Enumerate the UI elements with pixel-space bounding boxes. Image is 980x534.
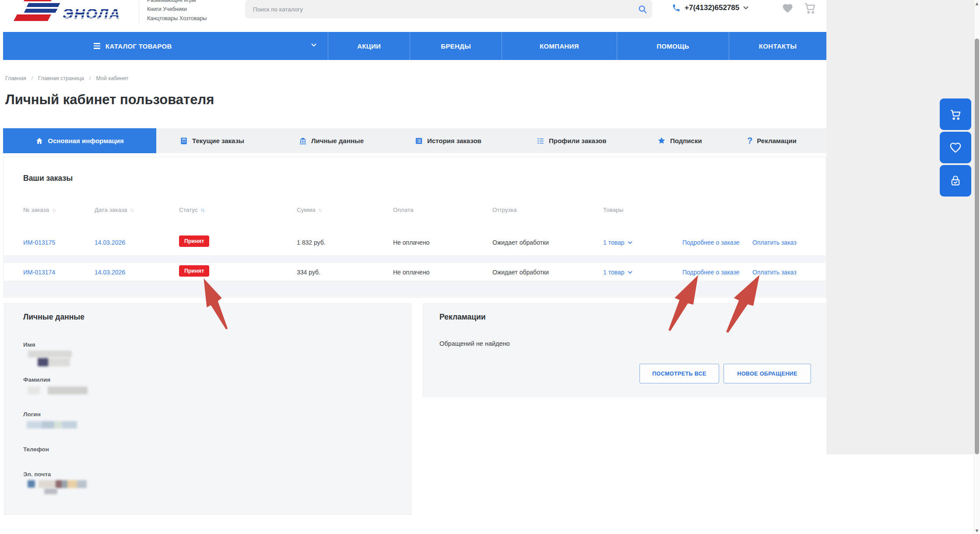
main-nav: КАТАЛОГ ТОВАРОВ АКЦИИ БРЕНДЫ КОМПАНИЯ ПО… (3, 32, 826, 60)
tab-label: Рекламации (757, 137, 796, 144)
calculator-icon (180, 137, 188, 145)
scroll-down-icon[interactable]: ▼ (974, 528, 980, 533)
field-label-email: Эл. почта (23, 471, 51, 478)
star-icon (657, 137, 666, 145)
sidebar-login-button[interactable] (940, 165, 971, 197)
order-sum: 334 руб. (297, 269, 320, 276)
nav-item-catalog[interactable]: КАТАЛОГ ТОВАРОВ (3, 32, 328, 60)
order-date-link[interactable]: 14.03.2026 (95, 239, 125, 246)
breadcrumb-current: Мой кабинет (96, 75, 128, 81)
logo[interactable]: ЭНОЛА (14, 0, 121, 21)
logo-stripes-icon (14, 0, 58, 21)
account-tabs: Основная информация Текущие заказы Личны… (3, 128, 826, 153)
redacted-value (28, 480, 35, 488)
tab-subscriptions[interactable]: Подписки (657, 128, 702, 153)
row-separator (4, 255, 825, 263)
sort-icon[interactable]: ↑↓ (318, 207, 321, 213)
goods-dropdown[interactable]: 1 товар (603, 239, 632, 246)
nav-label: ПОМОЩЬ (657, 42, 689, 50)
personal-data-card: Личные данные Имя Фамилия Логин Телефон … (4, 303, 411, 515)
order-details-link[interactable]: Подробнее о заказе (682, 239, 739, 246)
nav-label: БРЕНДЫ (441, 42, 471, 50)
header-divider (139, 1, 139, 25)
view-all-button[interactable]: ПОСМОТРЕТЬ ВСЕ (639, 364, 719, 383)
nav-item-company[interactable]: КОМПАНИЯ (502, 32, 617, 60)
bank-icon (299, 137, 307, 145)
nav-item-brands[interactable]: БРЕНДЫ (410, 32, 502, 60)
category-link[interactable]: Развивающие игры (147, 0, 207, 3)
chevron-down-icon (311, 43, 316, 47)
orders-title: Ваши заказы (23, 174, 73, 183)
nav-label: КАТАЛОГ ТОВАРОВ (105, 42, 172, 50)
tab-label: Основная информация (48, 137, 124, 144)
sidebar-favorites-button[interactable] (940, 132, 971, 163)
goods-dropdown[interactable]: 1 товар (603, 269, 632, 276)
column-header-order-date[interactable]: Дата заказа↑↓ (95, 207, 133, 213)
new-reclamation-button[interactable]: НОВОЕ ОБРАЩЕНИЕ (724, 364, 811, 383)
order-sum: 1 832 руб. (297, 239, 326, 246)
scrollbar-thumb[interactable] (975, 39, 979, 454)
nav-label: АКЦИИ (357, 42, 381, 50)
column-header-order-number[interactable]: № заказа↑↓ (23, 207, 55, 213)
category-link[interactable]: Книги Учебники (147, 6, 207, 12)
order-payment: Не оплачено (393, 239, 429, 246)
sidebar-cart-button[interactable] (940, 98, 971, 130)
field-label-name: Имя (23, 341, 35, 348)
nav-item-help[interactable]: ПОМОЩЬ (617, 32, 729, 60)
nav-label: КОНТАКТЫ (759, 42, 797, 50)
phone-link[interactable]: +7(4132)652785 (672, 4, 748, 12)
redacted-value (28, 351, 72, 358)
breadcrumb-separator: / (89, 75, 91, 81)
column-header-sum[interactable]: Сумма↑↓ (297, 207, 321, 213)
order-number-link[interactable]: ИМ-013174 (23, 269, 55, 276)
tab-current-orders[interactable]: Текущие заказы (180, 128, 244, 153)
nav-item-contacts[interactable]: КОНТАКТЫ (729, 32, 826, 60)
column-header-shipment: Отгрузка (492, 207, 517, 213)
category-link[interactable]: Канцтовары Хозтовары (147, 15, 207, 21)
tab-order-history[interactable]: История заказов (415, 128, 481, 153)
redacted-value (38, 358, 70, 366)
redacted-value (27, 421, 77, 429)
chevron-down-icon (743, 6, 748, 10)
search-icon[interactable] (633, 0, 652, 18)
page-gutter (826, 0, 974, 454)
redacted-value (39, 480, 87, 488)
logo-text: ЭНОЛА (63, 6, 121, 21)
reclamations-title: Рекламации (439, 313, 486, 322)
tab-order-profiles[interactable]: Профили заказов (537, 128, 606, 153)
breadcrumb-main[interactable]: Главная страница (38, 75, 84, 81)
list-box-icon (415, 137, 423, 145)
sort-icon-active[interactable]: ↑↓ (200, 207, 204, 213)
tab-label: Профили заказов (549, 137, 606, 144)
order-shipment: Ожидает обработки (492, 269, 549, 276)
sort-icon[interactable]: ↑↓ (52, 207, 55, 213)
order-shipment: Ожидает обработки (492, 239, 549, 246)
breadcrumb-home[interactable]: Главная (5, 75, 26, 81)
scroll-up-icon[interactable]: ▲ (974, 1, 980, 6)
cart-icon[interactable] (804, 1, 817, 16)
tab-main-info[interactable]: Основная информация (3, 128, 156, 153)
column-header-status[interactable]: Статус↑↓ (179, 207, 204, 213)
ordered-list-icon (537, 137, 544, 145)
status-badge: Принят (179, 235, 209, 247)
order-number-link[interactable]: ИМ-013175 (23, 239, 55, 246)
column-header-payment: Оплата (393, 207, 413, 213)
question-icon: ? (747, 136, 752, 146)
sort-icon[interactable]: ↑↓ (130, 207, 133, 213)
favorites-icon[interactable] (782, 3, 794, 16)
field-label-surname: Фамилия (23, 376, 50, 383)
tab-reclamations[interactable]: ? Рекламации (747, 128, 797, 153)
hamburger-icon (94, 43, 100, 49)
reclamations-empty-text: Обращений не найдено (439, 340, 510, 347)
order-payment: Не оплачено (393, 269, 429, 276)
phone-number: +7(4132)652785 (685, 4, 739, 12)
tab-personal-data[interactable]: Личные данные (299, 128, 364, 153)
reclamations-card: Рекламации Обращений не найдено ПОСМОТРЕ… (423, 303, 827, 397)
order-date-link[interactable]: 14.03.2026 (95, 269, 125, 276)
search-input[interactable] (245, 6, 633, 13)
nav-item-promos[interactable]: АКЦИИ (328, 32, 410, 60)
personal-data-title: Личные данные (23, 313, 84, 322)
tab-label: История заказов (427, 137, 481, 144)
page-title: Личный кабинет пользователя (5, 92, 214, 108)
order-pay-link[interactable]: Оплатить заказ (752, 239, 797, 246)
